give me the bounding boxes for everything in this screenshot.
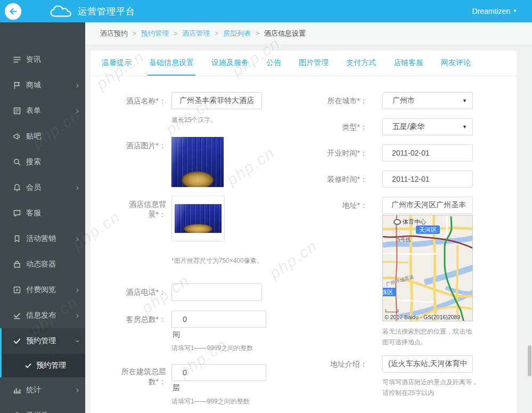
sidebar-item-news[interactable]: 资讯 [0,47,85,72]
tab-payment[interactable]: 支付方式 [345,51,378,76]
cloud-logo-icon [49,4,73,19]
open-date-input[interactable] [382,144,473,161]
hotel-phone-input[interactable] [171,284,262,301]
tab-notice[interactable]: 公告 [265,51,283,76]
address-intro-hint: 可填写酒店附近的景点及距离等，请控制在25字以内 [382,377,478,398]
app-header: 运营管理平台 Dreamtizen ▼ [0,0,532,22]
type-select[interactable]: 五星/豪华 ▼ [382,118,473,135]
hotel-bg-thumb[interactable] [171,196,225,241]
app-title: 运营管理平台 [78,5,135,18]
map-district-badge-partial: 珠区 [382,288,396,296]
room-count-hint: 请填写1——9999之间的整数 [171,343,253,353]
map-district-badge: 天河区 [416,225,440,234]
marketing-icon [13,234,21,243]
breadcrumb-separator: > [133,30,136,37]
sidebar-active-group: 预约管理 › 预约管理 [0,328,85,377]
breadcrumb-separator: > [215,30,218,37]
sidebar-item-stats[interactable]: 统计 › [0,377,85,403]
hotel-bg-label: 酒店信息背景*： [124,199,166,220]
chevron-right-icon: › [76,81,79,90]
sidebar-item-booking-mgmt[interactable]: 预约管理 › [2,328,85,354]
back-button[interactable] [5,3,21,20]
room-count-unit: 间 [173,330,180,339]
hotel-image-label: 酒店图片*： [100,141,166,151]
sidebar-item-search[interactable]: 搜索 [0,149,85,175]
back-arrow-icon [9,8,17,15]
type-label: 类型*： [296,122,367,132]
hotel-name-hint: 最长25个汉字。 [171,115,217,125]
hotel-name-label: 酒店名称*： [100,96,166,106]
stats-icon [13,386,21,394]
city-select[interactable]: 广州市 ▼ [382,92,473,109]
address-input[interactable] [382,197,473,214]
sidebar-item-marketing[interactable]: 活动营销 › [0,226,85,252]
tab-facilities[interactable]: 设施及服务 [210,51,250,76]
chevron-right-icon: › [76,183,79,192]
address-intro-label: 地址介绍： [296,359,367,369]
room-count-input[interactable] [171,311,266,328]
room-count-label: 客房总数*： [100,314,166,325]
tab-bar: 温馨提示 基础信息设置 设施及服务 公告 图片管理 支付方式 店铺客服 网友评论 [91,51,517,76]
open-date-label: 开业时间*： [296,148,367,158]
mall-icon [13,81,21,90]
booking-check-icon [13,337,21,345]
tab-comments[interactable]: 网友评论 [439,51,472,76]
breadcrumb-separator: > [174,30,177,37]
hotel-image-thumb[interactable] [171,137,224,187]
publish-icon [13,311,21,320]
floor-count-hint: 请填写1——999之间的整数 [171,396,250,407]
address-label: 地址*： [296,200,367,210]
megaphone-icon [13,132,21,141]
breadcrumb-link-hotel-mgmt[interactable]: 酒店管理 [182,29,210,38]
sidebar-item-members[interactable]: 会员 › [0,175,85,200]
user-menu[interactable]: Dreamtizen ▼ [472,7,517,15]
chevron-right-icon: › [76,311,79,320]
hotel-bg-hint: *图片推荐尺寸为750×400像素。 [171,255,265,266]
sidebar-item-paid-reading[interactable]: 付费阅览 › [0,277,85,303]
news-icon [13,55,21,64]
tab-tips[interactable]: 温馨提示 [100,51,133,76]
breadcrumb-link-booking[interactable]: 预约管理 [141,29,169,38]
renovate-date-input[interactable] [382,171,473,188]
app-logo: 运营管理平台 [49,4,135,19]
caret-down-icon: ▼ [513,9,517,13]
stadium-icon [394,219,401,225]
sidebar-item-publishing[interactable]: 信息发布 › [0,303,85,328]
tab-images[interactable]: 图片管理 [297,51,330,76]
chevron-right-icon: › [76,107,79,115]
hotel-name-input[interactable] [171,92,262,109]
hotel-phone-label: 酒店电话*： [100,287,166,297]
sidebar-subitem-booking-mgmt[interactable]: 预约管理 [2,354,85,377]
breadcrumb-link-room-list[interactable]: 房型列表 [223,29,251,38]
hotel-bg-photo [175,204,222,233]
map-hint: 若无法搜索到您的位置，双击地图可选择地点。 [382,326,474,347]
select-caret-icon: ▼ [462,124,467,129]
sidebar: 资讯 商城 › 表单 › 贴吧 搜索 会员 › 客服 [0,22,85,413]
sidebar-item-container[interactable]: 动态容器 [0,252,85,277]
chat-icon [13,209,21,217]
map-poi-stadium: 体育中心 [394,218,426,226]
floor-count-input[interactable] [171,364,266,381]
map-scale-bar [386,309,398,312]
sidebar-item-mall[interactable]: 商城 › [0,72,85,98]
floor-count-unit: 层 [173,383,180,393]
content-area: 酒店预约 > 预约管理 > 酒店管理 > 房型列表 > 酒店信息设置 温馨提示 … [85,22,532,413]
booking-check-icon [24,362,32,369]
page-scrollbar-thumb[interactable] [528,345,531,376]
chevron-down-icon: › [73,339,81,342]
sidebar-item-support[interactable]: 客服 [0,200,85,226]
search-icon [13,158,21,166]
select-caret-icon: ▼ [462,98,467,103]
address-intro-input[interactable] [382,355,473,372]
tab-store-service[interactable]: 店铺客服 [392,51,425,76]
map-copyright: © 2017 Baidu - GS(2016)2089 [384,314,460,320]
tab-basic-info[interactable]: 基础信息设置 [148,51,195,76]
sidebar-item-tieba[interactable]: 贴吧 [0,124,85,149]
form-icon [13,107,21,115]
baidu-map[interactable]: 体育中心 天河区 5号线 珠区 广州环城高速 © 2017 Baidu - GS… [382,215,473,321]
breadcrumb-item: 酒店预约 [100,29,128,38]
sidebar-item-forms[interactable]: 表单 › [0,98,85,124]
breadcrumb: 酒店预约 > 预约管理 > 酒店管理 > 房型列表 > 酒店信息设置 [85,22,532,45]
sidebar-item-subaccount[interactable]: 子帐号 [0,403,85,413]
container-icon [13,260,21,269]
